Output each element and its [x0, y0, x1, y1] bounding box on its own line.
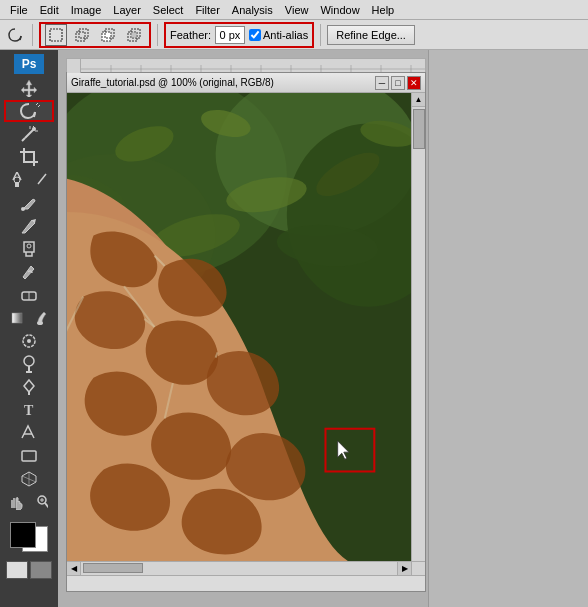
- shape-tool[interactable]: [4, 445, 54, 467]
- toolbar-separator-2: [157, 24, 158, 46]
- status-bar: [67, 575, 425, 591]
- scroll-up-arrow[interactable]: ▲: [412, 93, 425, 107]
- menu-help[interactable]: Help: [366, 0, 401, 19]
- brush-tool[interactable]: [4, 215, 54, 237]
- document-controls: ─ □ ✕: [375, 76, 421, 90]
- healing-brush-tool[interactable]: [4, 192, 54, 214]
- paint-bucket-tool[interactable]: [29, 307, 54, 329]
- eraser-tool[interactable]: [4, 284, 54, 306]
- svg-rect-8: [131, 32, 137, 38]
- canvas-area: Giraffe_tutorial.psd @ 100% (original, R…: [58, 50, 428, 607]
- close-button[interactable]: ✕: [407, 76, 421, 90]
- toolbar-separator-3: [320, 24, 321, 46]
- left-toolbar: Ps: [0, 50, 58, 607]
- feather-group: Feather: Anti-alias: [164, 22, 314, 48]
- svg-rect-35: [22, 451, 36, 461]
- ps-logo: Ps: [14, 54, 44, 74]
- svg-point-22: [27, 244, 31, 248]
- quick-mask-button[interactable]: [30, 561, 52, 579]
- document-content: ▲ ▼ ◀ ▶: [67, 93, 425, 575]
- selection-mode-group: [39, 22, 151, 48]
- blur-tool[interactable]: [4, 330, 54, 352]
- main-area: Ps: [0, 50, 588, 607]
- svg-line-20: [38, 182, 40, 184]
- subtract-selection-button[interactable]: [97, 24, 119, 46]
- svg-line-41: [45, 503, 48, 508]
- menu-filter[interactable]: Filter: [189, 0, 225, 19]
- move-tool[interactable]: [4, 77, 54, 99]
- svg-marker-9: [21, 80, 37, 97]
- gradient-group: [4, 307, 54, 329]
- scrollbar-corner: [411, 561, 425, 575]
- scrollbar-thumb-vertical[interactable]: [413, 109, 425, 149]
- gradient-tool[interactable]: [4, 307, 29, 329]
- options-toolbar: Feather: Anti-alias Refine Edge...: [0, 20, 588, 50]
- giraffe-canvas[interactable]: [67, 93, 411, 561]
- scrollbar-thumb-horizontal[interactable]: [83, 563, 143, 573]
- ruler-corner: [67, 59, 81, 73]
- menu-edit[interactable]: Edit: [34, 0, 65, 19]
- magic-wand-tool[interactable]: [4, 123, 54, 145]
- document-titlebar: Giraffe_tutorial.psd @ 100% (original, R…: [67, 73, 425, 93]
- ruler-horizontal: [66, 58, 426, 72]
- svg-rect-4: [102, 32, 111, 41]
- svg-rect-3: [79, 29, 88, 38]
- type-tool[interactable]: T: [4, 399, 54, 421]
- quick-mask-area: [4, 561, 54, 581]
- svg-point-28: [27, 339, 31, 343]
- hand-tool[interactable]: [4, 491, 29, 513]
- menu-window[interactable]: Window: [314, 0, 365, 19]
- clone-stamp-tool[interactable]: [4, 238, 54, 260]
- svg-rect-2: [76, 32, 85, 41]
- document-window: Giraffe_tutorial.psd @ 100% (original, R…: [66, 72, 426, 592]
- scroll-left-arrow[interactable]: ◀: [67, 562, 81, 575]
- menu-view[interactable]: View: [279, 0, 315, 19]
- menu-select[interactable]: Select: [147, 0, 190, 19]
- history-brush-tool[interactable]: [4, 261, 54, 283]
- menu-layer[interactable]: Layer: [107, 0, 147, 19]
- path-selection-tool[interactable]: [4, 422, 54, 444]
- feather-input[interactable]: [215, 26, 245, 44]
- foreground-color-swatch[interactable]: [10, 522, 36, 548]
- toolbar-separator-1: [32, 24, 33, 46]
- color-swatches: [4, 518, 54, 556]
- standard-mode-button[interactable]: [6, 561, 28, 579]
- dodge-tool[interactable]: [4, 353, 54, 375]
- svg-rect-1: [50, 29, 62, 41]
- menu-bar: File Edit Image Layer Select Filter Anal…: [0, 0, 588, 20]
- lasso-tool-button[interactable]: [4, 24, 26, 46]
- lasso-tool[interactable]: [4, 100, 54, 122]
- feather-label: Feather:: [170, 29, 211, 41]
- eyedropper-group: [4, 169, 54, 191]
- menu-image[interactable]: Image: [65, 0, 108, 19]
- minimize-button[interactable]: ─: [375, 76, 389, 90]
- svg-point-26: [37, 321, 43, 325]
- crop-tool[interactable]: [4, 146, 54, 168]
- antialias-checkbox[interactable]: [249, 29, 261, 41]
- zoom-tool[interactable]: [29, 491, 54, 513]
- scrollbar-vertical[interactable]: ▲ ▼: [411, 93, 425, 575]
- svg-rect-25: [12, 313, 22, 323]
- 3d-tool[interactable]: [4, 468, 54, 490]
- document-title: Giraffe_tutorial.psd @ 100% (original, R…: [71, 77, 375, 88]
- svg-line-10: [34, 112, 35, 117]
- add-selection-button[interactable]: [71, 24, 93, 46]
- measure-tool[interactable]: [29, 169, 54, 191]
- svg-line-0: [20, 36, 21, 40]
- hand-zoom-group: [4, 491, 54, 513]
- ruler-marks: [81, 59, 425, 73]
- right-panel: [428, 50, 588, 607]
- eyedropper-tool[interactable]: [4, 169, 29, 191]
- menu-analysis[interactable]: Analysis: [226, 0, 279, 19]
- maximize-button[interactable]: □: [391, 76, 405, 90]
- new-selection-button[interactable]: [45, 24, 67, 46]
- svg-text:T: T: [24, 403, 34, 418]
- intersect-selection-button[interactable]: [123, 24, 145, 46]
- antialias-label: Anti-alias: [263, 29, 308, 41]
- scroll-right-arrow[interactable]: ▶: [397, 562, 411, 575]
- pen-tool[interactable]: [4, 376, 54, 398]
- scrollbar-horizontal[interactable]: ◀ ▶: [67, 561, 411, 575]
- menu-file[interactable]: File: [4, 0, 34, 19]
- antialias-group: Anti-alias: [249, 29, 308, 41]
- refine-edge-button[interactable]: Refine Edge...: [327, 25, 415, 45]
